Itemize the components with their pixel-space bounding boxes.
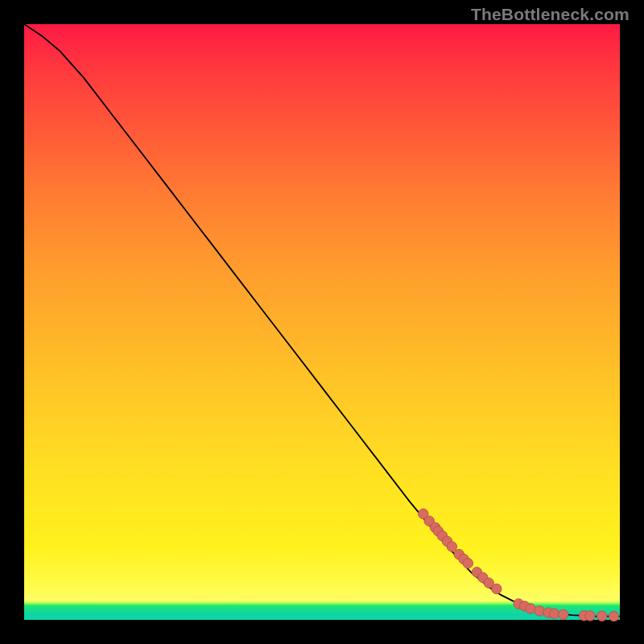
chart-overlay [24,24,620,620]
data-point [549,609,559,618]
data-point [597,611,607,621]
data-point [492,584,502,593]
data-point [609,611,618,621]
data-point [535,606,544,616]
data-point [447,542,456,551]
scatter-dots [419,509,619,621]
data-point [526,604,535,613]
plot-area [24,24,620,620]
chart-canvas: TheBottleneck.com [0,0,644,644]
data-point [585,611,595,621]
data-point [559,609,568,619]
watermark-text: TheBottleneck.com [471,5,630,24]
curve-line [24,24,620,617]
data-point [463,559,473,568]
